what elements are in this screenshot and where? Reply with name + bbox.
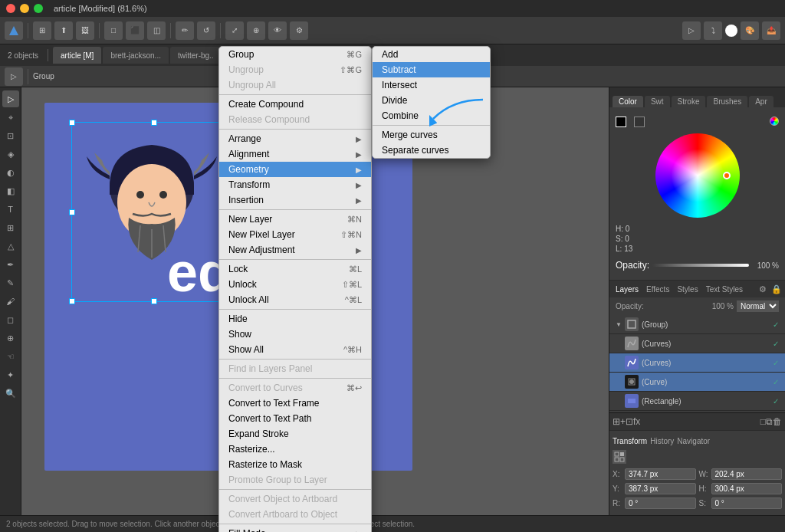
- menu-new-pixel-layer[interactable]: New Pixel Layer ⇧⌘N: [219, 227, 371, 242]
- layer-item-curves2[interactable]: (Curves) ✓: [609, 353, 785, 373]
- background-color-box[interactable]: [634, 117, 645, 127]
- fill-tool-icon[interactable]: ◈: [2, 146, 19, 163]
- pencil-tool-icon[interactable]: ✎: [2, 274, 19, 291]
- transform-icon[interactable]: ⤢: [225, 21, 244, 40]
- add-layer-icon[interactable]: +: [620, 416, 626, 427]
- foreground-color-box[interactable]: [616, 117, 626, 127]
- layers-tab-effects[interactable]: Effects: [643, 284, 672, 295]
- color-handle[interactable]: [723, 172, 731, 179]
- app-logo-icon[interactable]: [5, 21, 23, 40]
- layers-options-icon[interactable]: ⚙: [759, 284, 767, 294]
- settings-icon[interactable]: ⚙: [290, 21, 308, 40]
- minimize-button[interactable]: [20, 4, 29, 13]
- r-value[interactable]: 0 °: [625, 498, 696, 509]
- menu-insertion[interactable]: Insertion ▶: [219, 192, 371, 208]
- color-mode-icon[interactable]: [770, 117, 779, 126]
- tab-article[interactable]: article [M]: [53, 47, 101, 64]
- text-tool-icon[interactable]: T: [2, 201, 19, 218]
- shape-tool-icon[interactable]: △: [2, 238, 19, 255]
- menu-convert-artboard[interactable]: Convert Object to Artboard: [219, 491, 371, 507]
- menu-alignment[interactable]: Alignment ▶: [219, 146, 371, 162]
- persona-icon[interactable]: 🎨: [741, 21, 759, 40]
- tab-twitter[interactable]: twitter-bg..: [170, 47, 222, 64]
- menu-new-layer[interactable]: New Layer ⌘N: [219, 212, 371, 227]
- crop-tool-icon[interactable]: ⊡: [2, 127, 19, 144]
- layer-icon[interactable]: ◫: [147, 21, 166, 40]
- layer-visibility-curves2[interactable]: ✓: [773, 359, 779, 367]
- layer-collapse-icon[interactable]: ▼: [616, 321, 622, 328]
- transparency-tool-icon[interactable]: ◧: [2, 182, 19, 199]
- pen-tool-icon[interactable]: ✒: [2, 256, 19, 273]
- color-picker-icon[interactable]: ✦: [2, 366, 19, 383]
- menu-transform[interactable]: Transform ▶: [219, 177, 371, 192]
- export-icon[interactable]: ⤵: [704, 21, 722, 40]
- menu-merge-curves[interactable]: Merge curves: [373, 127, 490, 143]
- h-value[interactable]: 300.4 px: [711, 483, 783, 494]
- menu-ungroup[interactable]: Ungroup ⇧⌘G: [219, 62, 371, 77]
- new-layer-btn[interactable]: □: [760, 416, 766, 427]
- layer-visibility-rect[interactable]: ✓: [773, 397, 779, 406]
- menu-combine[interactable]: Combine: [373, 108, 490, 123]
- close-button[interactable]: [6, 4, 15, 13]
- menu-geometry[interactable]: Geometry ▶: [219, 162, 371, 177]
- menu-intersect[interactable]: Intersect: [373, 77, 490, 93]
- menu-add[interactable]: Add: [373, 47, 490, 62]
- menu-lock[interactable]: Lock ⌘L: [219, 261, 371, 277]
- tab-color[interactable]: Color: [613, 96, 643, 107]
- x-value[interactable]: 374.7 px: [625, 468, 696, 480]
- menu-convert-curves[interactable]: Convert to Curves ⌘↩: [219, 380, 371, 396]
- tab-swt[interactable]: Swt: [645, 96, 670, 107]
- fx-icon[interactable]: fx: [633, 416, 640, 427]
- layers-icon[interactable]: ⊞: [613, 416, 620, 427]
- layer-item-curve[interactable]: (Curve) ✓: [609, 373, 785, 392]
- layer-item-group[interactable]: ▼ (Group) ✓: [609, 315, 785, 334]
- tab-brett[interactable]: brett-jackson...: [103, 47, 169, 64]
- snapping-icon[interactable]: ⊕: [247, 21, 265, 40]
- tab-stroke[interactable]: Stroke: [672, 96, 706, 107]
- tab-history[interactable]: History: [650, 437, 674, 445]
- eraser-tool-icon[interactable]: ◻: [2, 311, 19, 328]
- image-icon[interactable]: 🖼: [76, 21, 94, 40]
- menu-release-compound[interactable]: Release Compound: [219, 112, 371, 127]
- menu-arrange[interactable]: Arrange ▶: [219, 131, 371, 146]
- zoom-button[interactable]: [34, 4, 43, 13]
- menu-convert-text-frame[interactable]: Convert to Text Frame: [219, 396, 371, 411]
- transform-anchor[interactable]: [613, 450, 626, 464]
- w-value[interactable]: 202.4 px: [711, 468, 783, 480]
- gradient-tool-icon[interactable]: ◐: [2, 164, 19, 181]
- menu-subtract[interactable]: Subtract: [373, 62, 490, 77]
- menu-separate-curves[interactable]: Separate curves: [373, 143, 490, 158]
- menu-promote-group[interactable]: Promote Group to Layer: [219, 472, 371, 488]
- tab-brushes[interactable]: Brushes: [707, 96, 747, 107]
- menu-show-all[interactable]: Show All ^⌘H: [219, 342, 371, 357]
- move-tool-icon[interactable]: ▷: [2, 90, 19, 107]
- layer-visibility-group[interactable]: ✓: [773, 320, 779, 329]
- menu-ungroup-all[interactable]: Ungroup All: [219, 77, 371, 93]
- node-tool-icon[interactable]: ⌖: [2, 109, 19, 126]
- hand-tool-icon[interactable]: ☜: [2, 348, 19, 365]
- delete-layer-btn[interactable]: 🗑: [773, 416, 782, 427]
- history-icon[interactable]: ↺: [197, 21, 215, 40]
- menu-convert-artboard-obj[interactable]: Convert Artboard to Object: [219, 507, 371, 522]
- zoom-tool-icon[interactable]: ⊕: [2, 330, 19, 346]
- layers-tab-styles[interactable]: Styles: [674, 284, 701, 295]
- color-icon[interactable]: [725, 25, 737, 37]
- share-icon[interactable]: ⬆: [54, 21, 73, 40]
- layer-visibility-curve[interactable]: ✓: [773, 378, 779, 386]
- brush-tool-icon[interactable]: 🖌: [2, 293, 19, 310]
- menu-hide[interactable]: Hide: [219, 311, 371, 327]
- menu-expand-stroke[interactable]: Expand Stroke: [219, 426, 371, 442]
- tab-navigator[interactable]: Navigator: [677, 437, 710, 445]
- layers-tab-textstyles[interactable]: Text Styles: [703, 284, 746, 295]
- menu-rasterize[interactable]: Rasterize...: [219, 442, 371, 457]
- magnify-icon[interactable]: 🔍: [2, 385, 19, 402]
- blend-mode-select[interactable]: Normal: [737, 300, 779, 312]
- more-icon[interactable]: ▷: [682, 21, 701, 40]
- layers-tab-layers[interactable]: Layers: [613, 284, 642, 295]
- s-value[interactable]: 0 °: [711, 498, 783, 509]
- layer-item-curves1[interactable]: (Curves) ✓: [609, 334, 785, 353]
- publish-icon[interactable]: 📤: [762, 21, 780, 40]
- pixel-icon[interactable]: □: [104, 21, 123, 40]
- mask-icon[interactable]: ⊡: [626, 416, 633, 427]
- menu-divide[interactable]: Divide: [373, 93, 490, 108]
